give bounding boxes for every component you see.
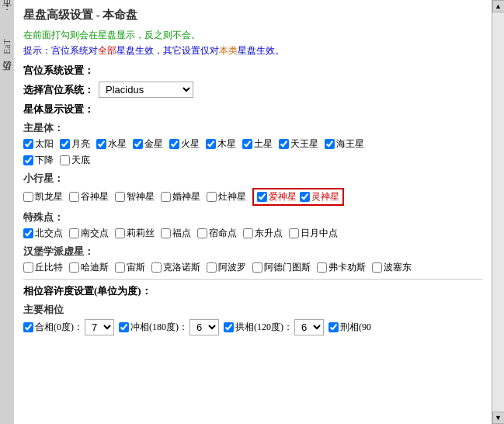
cb-波塞东[interactable]: 波塞东 — [372, 261, 412, 274]
cb-阿波罗-input[interactable] — [207, 262, 217, 273]
main-content: 星盘高级设置 - 本命盘 在前面打勾则会在星盘显示，反之则不会。 提示：宫位系统… — [14, 0, 492, 424]
cb-日月中点-label: 日月中点 — [301, 227, 338, 240]
cb-东升点[interactable]: 东升点 — [243, 227, 283, 240]
cb-灶神星[interactable]: 灶神星 — [207, 188, 246, 206]
cb-爱神星-input[interactable] — [257, 192, 267, 202]
cb-天底-label: 天底 — [71, 154, 90, 167]
cb-天底[interactable]: 天底 — [60, 154, 90, 167]
cb-土星[interactable]: 土星 — [242, 137, 273, 151]
cb-木星-input[interactable] — [206, 139, 216, 149]
aspect-square-check[interactable] — [328, 322, 339, 332]
cb-婚神星-label: 婚神星 — [172, 190, 200, 203]
cb-太阳-input[interactable] — [23, 139, 33, 149]
cb-智神星[interactable]: 智神星 — [115, 188, 155, 206]
cb-海王星-input[interactable] — [325, 139, 335, 149]
aspect-trine-label: 拱相(120度)： — [235, 321, 293, 334]
cb-宿命点[interactable]: 宿命点 — [197, 227, 237, 240]
hint-blue-middle: 星盘生效，其它设置仅对 — [116, 45, 219, 56]
cb-土星-input[interactable] — [242, 139, 252, 149]
cb-南交点-label: 南交点 — [81, 227, 109, 240]
cb-丘比特-input[interactable] — [23, 262, 33, 273]
cb-谷神星[interactable]: 谷神星 — [69, 188, 109, 206]
cb-日月中点[interactable]: 日月中点 — [289, 227, 338, 240]
aspect-trine-value[interactable]: 657 — [294, 319, 324, 335]
cb-月亮-input[interactable] — [60, 139, 70, 149]
cb-婚神星[interactable]: 婚神星 — [161, 188, 200, 206]
cb-弗卡劝斯-input[interactable] — [317, 262, 327, 273]
cb-灶神星-input[interactable] — [207, 192, 217, 202]
cb-凯龙星-input[interactable] — [23, 192, 33, 202]
cb-金星[interactable]: 金星 — [133, 137, 163, 151]
cb-水星-input[interactable] — [96, 139, 106, 149]
cb-哈迪斯[interactable]: 哈迪斯 — [69, 261, 109, 274]
cb-波塞东-input[interactable] — [372, 262, 382, 273]
cb-火星-input[interactable] — [169, 139, 179, 149]
cb-北交点[interactable]: 北交点 — [23, 227, 63, 240]
cb-莉莉丝[interactable]: 莉莉丝 — [115, 227, 155, 240]
cb-天底-input[interactable] — [60, 155, 70, 165]
cb-下降[interactable]: 下降 — [23, 154, 54, 167]
cb-克洛诺斯-input[interactable] — [151, 262, 162, 273]
hint-blue: 提示：宫位系统对全部星盘生效，其它设置仅对本类星盘生效。 — [23, 44, 482, 57]
cb-北交点-label: 北交点 — [35, 227, 63, 240]
special-label: 特殊点： — [23, 210, 482, 224]
cb-太阳[interactable]: 太阳 — [23, 137, 54, 151]
cb-天王星-input[interactable] — [279, 139, 289, 149]
cb-婚神星-input[interactable] — [161, 192, 171, 202]
cb-福点-input[interactable] — [161, 228, 171, 238]
cb-月亮[interactable]: 月亮 — [60, 137, 90, 151]
cb-土星-label: 土星 — [254, 137, 273, 151]
cb-火星[interactable]: 火星 — [169, 137, 200, 151]
hint-blue-suffix: 星盘生效。 — [238, 45, 284, 56]
cb-弗卡劝斯[interactable]: 弗卡劝斯 — [317, 261, 366, 274]
aspect-conjunction: 合相(0度)： 7658 — [23, 319, 114, 335]
cb-克洛诺斯[interactable]: 克洛诺斯 — [151, 261, 200, 274]
cb-莉莉丝-input[interactable] — [115, 228, 125, 238]
aspect-opposition-value[interactable]: 657 — [189, 319, 219, 335]
right-scrollbar[interactable]: ▲ ▼ — [492, 0, 504, 424]
aspect-conjunction-check[interactable] — [23, 322, 33, 332]
cb-水星-label: 水星 — [108, 137, 127, 151]
cb-灵神星-input[interactable] — [300, 192, 310, 202]
cb-智神星-label: 智神星 — [127, 190, 155, 203]
cb-莉莉丝-label: 莉莉丝 — [127, 227, 155, 240]
aspect-opposition-check[interactable] — [119, 322, 129, 332]
cb-木星[interactable]: 木星 — [206, 137, 236, 151]
cb-金星-input[interactable] — [133, 139, 143, 149]
left-bar-label-1: 市： — [1, 6, 14, 16]
cb-北交点-input[interactable] — [23, 228, 33, 238]
cb-宙斯-input[interactable] — [115, 262, 125, 273]
cb-爱神星[interactable]: 爱神星 — [257, 190, 297, 203]
cb-灵神星[interactable]: 灵神星 — [300, 190, 339, 203]
cb-下降-input[interactable] — [23, 155, 33, 165]
cb-哈迪斯-input[interactable] — [69, 262, 79, 273]
cb-阿波罗[interactable]: 阿波罗 — [207, 261, 246, 274]
cb-南交点[interactable]: 南交点 — [69, 227, 109, 240]
cb-日月中点-input[interactable] — [289, 228, 299, 238]
cb-水星[interactable]: 水星 — [96, 137, 127, 151]
major-stars-group: 太阳 月亮 水星 金星 火星 木星 土星 天王星 海王星 — [23, 137, 482, 151]
cb-宙斯[interactable]: 宙斯 — [115, 261, 145, 274]
cb-阿德门图斯-input[interactable] — [252, 262, 262, 273]
cb-天王星[interactable]: 天王星 — [279, 137, 318, 151]
scroll-down-button[interactable]: ▼ — [492, 412, 505, 424]
cb-谷神星-input[interactable] — [69, 192, 79, 202]
cb-南交点-input[interactable] — [69, 228, 79, 238]
cb-波塞东-label: 波塞东 — [384, 261, 412, 274]
cb-海王星[interactable]: 海王星 — [325, 137, 364, 151]
aspect-conjunction-value[interactable]: 7658 — [85, 319, 114, 335]
cb-宙斯-label: 宙斯 — [127, 261, 145, 274]
cb-智神星-input[interactable] — [115, 192, 125, 202]
scroll-up-button[interactable]: ▲ — [492, 0, 505, 12]
cb-东升点-input[interactable] — [243, 228, 253, 238]
house-select[interactable]: Placidus Koch Campanus Regiomontanus Equ… — [99, 82, 193, 98]
cb-凯龙星[interactable]: 凯龙星 — [23, 188, 63, 206]
cb-阿德门图斯[interactable]: 阿德门图斯 — [252, 261, 311, 274]
aspect-opposition: 冲相(180度)： 657 — [119, 319, 219, 335]
cb-宿命点-input[interactable] — [197, 228, 207, 238]
cb-丘比特[interactable]: 丘比特 — [23, 261, 63, 274]
aspect-trine-check[interactable] — [224, 322, 234, 332]
cb-宿命点-label: 宿命点 — [209, 227, 237, 240]
cb-福点[interactable]: 福点 — [161, 227, 191, 240]
main-window: 市： EaT 公历 星盘高级设置 - 本命盘 在前面打勾则会在星盘显示，反之则不… — [0, 0, 504, 424]
